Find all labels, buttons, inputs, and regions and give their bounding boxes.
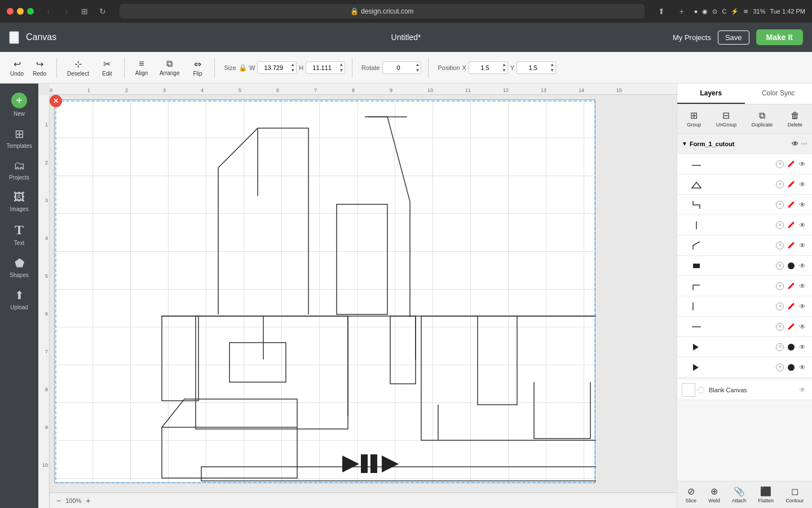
layer-color-button-4[interactable] [786, 220, 796, 230]
y-up[interactable]: ▲ [549, 62, 555, 68]
sidebar-item-text[interactable]: T Text [2, 218, 36, 251]
url-bar[interactable]: 🔒 design.cricut.com [120, 4, 645, 19]
height-up[interactable]: ▲ [338, 62, 345, 68]
align-button[interactable]: ≡ Align [131, 56, 152, 78]
layer-color-button-10[interactable] [786, 342, 796, 352]
close-window-button[interactable] [7, 8, 14, 15]
list-item[interactable]: ✕ 👁 [677, 296, 812, 317]
layer-color-button-5[interactable] [786, 240, 796, 251]
layer-color-button-6[interactable] [786, 261, 796, 271]
layer-visibility-button-4[interactable]: 👁 [797, 220, 807, 230]
layer-color-button-3[interactable] [786, 200, 796, 210]
save-button[interactable]: Save [718, 30, 749, 45]
blank-canvas-item[interactable]: Blank Canvas 👁 [677, 380, 812, 400]
layer-visibility-button-6[interactable]: 👁 [797, 261, 807, 271]
list-item[interactable]: ✕ 👁 [677, 256, 812, 276]
height-input[interactable] [306, 63, 338, 72]
list-item[interactable]: ✕ 👁 [677, 195, 812, 215]
layer-visibility-button-5[interactable]: 👁 [797, 240, 807, 251]
flatten-button[interactable]: ⬛ Flatten [756, 485, 776, 505]
layer-visibility-button-3[interactable]: 👁 [797, 200, 807, 210]
my-projects-button[interactable]: My Projects [673, 33, 711, 42]
list-item[interactable]: ✕ 👁 [677, 154, 812, 174]
contour-button[interactable]: ◻ Contour [783, 485, 806, 505]
zoom-in-button[interactable]: + [86, 496, 90, 505]
group-header[interactable]: ▼ Form_1_cutout 👁 ⋯ [677, 134, 812, 154]
x-input[interactable] [469, 63, 501, 72]
x-down[interactable]: ▼ [501, 68, 508, 73]
list-item[interactable]: ✕ 👁 [677, 215, 812, 235]
canvas-area[interactable]: 0 1 2 3 4 5 6 7 8 9 10 11 12 13 14 15 1 … [38, 84, 677, 508]
reload-button[interactable]: ↻ [95, 5, 111, 17]
layer-visibility-button-7[interactable]: 👁 [797, 281, 807, 291]
width-up[interactable]: ▲ [289, 62, 296, 68]
layer-color-button-1[interactable] [786, 159, 796, 169]
redo-button[interactable]: ↪ Redo [29, 56, 50, 79]
layer-x-button-10[interactable]: ✕ [775, 342, 785, 352]
tab-color-sync[interactable]: Color Sync [745, 84, 813, 104]
layer-color-button-2[interactable] [786, 179, 796, 190]
sidebar-item-upload[interactable]: ⬆ Upload [2, 284, 36, 315]
y-down[interactable]: ▼ [549, 68, 555, 73]
undo-button[interactable]: ↩ Undo [7, 56, 27, 79]
layer-color-button-7[interactable] [786, 281, 796, 291]
x-up[interactable]: ▲ [501, 62, 508, 68]
layer-visibility-button-2[interactable]: 👁 [797, 179, 807, 190]
sidebar-item-templates[interactable]: ⊞ Templates [2, 122, 36, 154]
layer-visibility-button-10[interactable]: 👁 [797, 342, 807, 352]
sidebar-item-projects[interactable]: 🗂 Projects [2, 155, 36, 185]
sidebar-item-shapes[interactable]: ⬟ Shapes [2, 252, 36, 283]
canvas-content[interactable]: ✕ [50, 95, 677, 492]
layer-visibility-button-1[interactable]: 👁 [797, 159, 807, 169]
group-button[interactable]: ⊞ Group [683, 109, 704, 129]
layer-color-button-8[interactable] [786, 301, 796, 312]
layer-x-button-9[interactable]: ✕ [775, 322, 785, 332]
flip-button[interactable]: ⇔ Flip [187, 56, 208, 79]
edit-button[interactable]: ✂ Edit [97, 56, 117, 79]
y-input[interactable] [517, 63, 549, 72]
deselect-button[interactable]: ⊹ Deselect [64, 56, 92, 79]
back-button[interactable]: ‹ [41, 5, 56, 17]
arrange-button[interactable]: ⧉ Arrange [156, 56, 183, 78]
layer-x-button-2[interactable]: ✕ [775, 179, 785, 190]
delete-button[interactable]: 🗑 Delete [784, 110, 806, 129]
rotate-input[interactable] [383, 63, 414, 72]
layer-x-button-6[interactable]: ✕ [775, 261, 785, 271]
list-item[interactable]: ✕ 👁 [677, 337, 812, 357]
layer-x-button-11[interactable]: ✕ [775, 362, 785, 373]
weld-button[interactable]: ⊕ Weld [706, 485, 722, 505]
close-canvas-button[interactable]: ✕ [50, 95, 62, 107]
rotate-down[interactable]: ▼ [414, 68, 421, 73]
maximize-window-button[interactable] [27, 8, 34, 15]
sidebar-item-new[interactable]: + New [2, 88, 36, 121]
list-item[interactable]: ✕ 👁 [677, 317, 812, 337]
slice-button[interactable]: ⊘ Slice [683, 485, 699, 505]
sidebar-toggle-button[interactable]: ⊞ [77, 5, 92, 17]
zoom-out-button[interactable]: − [56, 496, 61, 505]
layer-visibility-button-9[interactable]: 👁 [797, 322, 807, 332]
width-input[interactable] [258, 63, 289, 72]
hamburger-menu[interactable]: ☰ [9, 31, 19, 44]
layer-x-button-8[interactable]: ✕ [775, 301, 785, 312]
group-menu-icon[interactable]: ⋯ [801, 140, 807, 148]
sidebar-item-images[interactable]: 🖼 Images [2, 186, 36, 217]
make-it-button[interactable]: Make It [756, 29, 803, 45]
layer-x-button-5[interactable]: ✕ [775, 240, 785, 251]
rotate-up[interactable]: ▲ [414, 62, 421, 68]
layer-x-button-3[interactable]: ✕ [775, 200, 785, 210]
blank-canvas-visibility-button[interactable]: 👁 [797, 385, 807, 395]
tab-layers[interactable]: Layers [677, 84, 745, 104]
attach-button[interactable]: 📎 Attach [730, 485, 749, 505]
share-button[interactable]: ⬆ [654, 5, 669, 17]
layer-color-button-9[interactable] [786, 322, 796, 332]
layer-visibility-button-11[interactable]: 👁 [797, 362, 807, 373]
minimize-window-button[interactable] [17, 8, 24, 15]
layer-color-button-11[interactable] [786, 362, 796, 373]
layer-x-button-7[interactable]: ✕ [775, 281, 785, 291]
layer-x-button-4[interactable]: ✕ [775, 220, 785, 230]
layer-x-button-1[interactable]: ✕ [775, 159, 785, 169]
list-item[interactable]: ✕ 👁 [677, 235, 812, 256]
forward-button[interactable]: › [59, 5, 74, 17]
list-item[interactable]: ✕ 👁 [677, 276, 812, 296]
group-visibility-icon[interactable]: 👁 [792, 140, 798, 148]
